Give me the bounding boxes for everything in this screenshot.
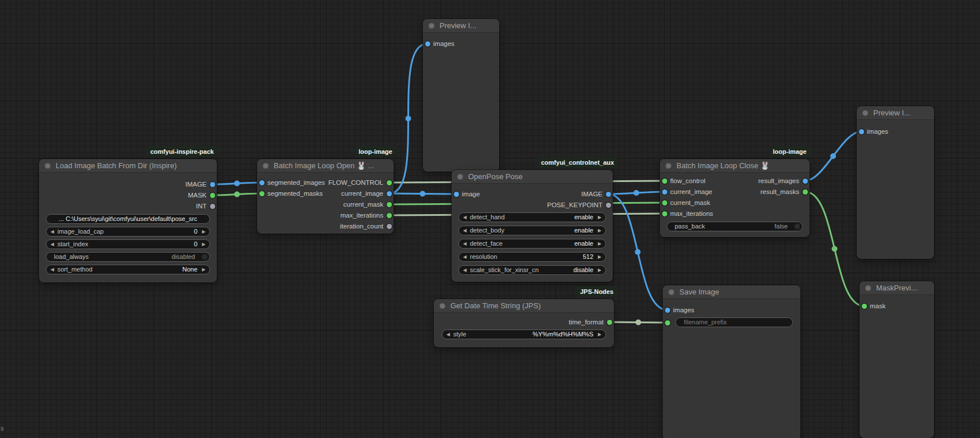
increment-arrow-icon[interactable]: ▶: [200, 265, 208, 274]
port-dot-int[interactable]: [210, 204, 215, 209]
node-save-image[interactable]: Save Image images filename_prefix: [663, 285, 800, 438]
port-dot-time-format[interactable]: [607, 320, 612, 325]
wire-mask-to-segmented_masks[interactable]: [212, 192, 262, 197]
node-title-bar[interactable]: Batch Image Loop Open 🐰 ...: [257, 159, 394, 173]
node-title-bar[interactable]: Load Image Batch From Dir (Inspire): [39, 159, 217, 173]
increment-arrow-icon[interactable]: ▶: [596, 253, 604, 261]
node-title-bar[interactable]: Preview I...: [857, 106, 934, 120]
wire-openpose-image-to-close[interactable]: [608, 190, 664, 196]
port-dot-filename-prefix[interactable]: [665, 320, 670, 325]
node-batch-image-loop-close[interactable]: Batch Image Loop Close 🐰 flow_control cu…: [660, 159, 810, 237]
increment-arrow-icon[interactable]: ▶: [200, 240, 208, 249]
port-dot-max-iterations[interactable]: [662, 211, 667, 216]
collapse-dot[interactable]: [45, 163, 50, 169]
collapse-dot[interactable]: [263, 163, 269, 169]
decrement-arrow-icon[interactable]: ◀: [461, 213, 469, 222]
wire-midpoint-dot[interactable]: [832, 246, 838, 252]
decrement-arrow-icon[interactable]: ◀: [461, 266, 469, 274]
widget-load-always[interactable]: load_always disabled: [46, 252, 210, 262]
toggle-icon[interactable]: [794, 223, 800, 230]
port-dot-segmented-images[interactable]: [259, 180, 265, 185]
wire-image-to-segmented_images[interactable]: [212, 181, 262, 187]
collapse-dot[interactable]: [429, 23, 434, 29]
port-dot-flow-control[interactable]: [387, 180, 392, 185]
increment-arrow-icon[interactable]: ▶: [596, 226, 604, 235]
port-dot-flow-control[interactable]: [662, 179, 667, 184]
widget-detect-hand[interactable]: ◀ detect_hand enable ▶: [458, 212, 606, 222]
wire-midpoint-dot[interactable]: [234, 181, 240, 187]
widget-image-load-cap[interactable]: ◀ image_load_cap 0 ▶: [46, 227, 210, 237]
widget-sort-method[interactable]: ◀ sort_method None ▶: [46, 265, 210, 274]
port-dot-result-images[interactable]: [803, 179, 808, 184]
increment-arrow-icon[interactable]: ▶: [596, 213, 604, 222]
node-title-bar[interactable]: Preview I...: [423, 19, 499, 33]
port-dot-mask[interactable]: [210, 193, 215, 198]
collapse-dot[interactable]: [440, 303, 445, 309]
wire-result_images-to-preview[interactable]: [805, 131, 861, 181]
port-dot-images[interactable]: [665, 308, 670, 313]
widget-style[interactable]: ◀ style %Y%m%d%H%M%S ▶: [442, 330, 606, 339]
node-title-bar[interactable]: Get Date Time String (JPS): [434, 299, 614, 313]
wire-midpoint-dot[interactable]: [420, 191, 426, 197]
wire-current_image-to-preview[interactable]: [389, 44, 427, 193]
port-dot-mask[interactable]: [862, 304, 867, 309]
decrement-arrow-icon[interactable]: ◀: [48, 240, 56, 249]
node-load-image-batch[interactable]: Load Image Batch From Dir (Inspire) IMAG…: [39, 159, 217, 282]
toggle-icon[interactable]: [201, 254, 208, 260]
port-dot-segmented-masks[interactable]: [259, 191, 265, 196]
port-dot-pose-keypoint[interactable]: [606, 203, 611, 208]
port-dot-image-out[interactable]: [606, 192, 611, 197]
port-dot-current-mask[interactable]: [662, 200, 667, 206]
increment-arrow-icon[interactable]: ▶: [596, 330, 604, 339]
port-dot-image[interactable]: [454, 192, 459, 197]
node-title-bar[interactable]: MaskPrevi...: [860, 281, 934, 295]
port-dot-images[interactable]: [425, 41, 430, 46]
wire-midpoint-dot[interactable]: [830, 153, 836, 159]
port-dot-image[interactable]: [210, 182, 215, 187]
node-preview-image-right[interactable]: Preview I... images: [857, 106, 934, 259]
collapse-dot[interactable]: [865, 285, 871, 291]
node-openpose-pose[interactable]: OpenPose Pose image IMAGE POSE_KEYPOINT …: [452, 170, 613, 282]
port-dot-current-image[interactable]: [387, 191, 392, 196]
increment-arrow-icon[interactable]: ▶: [596, 266, 604, 274]
wire-midpoint-dot[interactable]: [635, 249, 641, 255]
node-title-bar[interactable]: Save Image: [663, 285, 800, 299]
node-mask-preview[interactable]: MaskPrevi... mask: [860, 281, 934, 438]
widget-start-index[interactable]: ◀ start_index 0 ▶: [46, 239, 210, 249]
decrement-arrow-icon[interactable]: ◀: [48, 227, 56, 236]
wire-time_format-to-filename_prefix[interactable]: [609, 320, 667, 325]
widget-filename-prefix[interactable]: filename_prefix: [675, 317, 793, 327]
widget-detect-body[interactable]: ◀ detect_body enable ▶: [458, 226, 606, 235]
widget-detect-face[interactable]: ◀ detect_face enable ▶: [458, 239, 606, 249]
wire-midpoint-dot[interactable]: [406, 116, 411, 122]
widget-resolution[interactable]: ◀ resolution 512 ▶: [458, 252, 606, 262]
decrement-arrow-icon[interactable]: ◀: [444, 330, 452, 339]
widget-scale-stick[interactable]: ◀ scale_stick_for_xinsr_cn disable ▶: [458, 265, 606, 275]
increment-arrow-icon[interactable]: ▶: [200, 227, 208, 236]
port-dot-images[interactable]: [859, 129, 864, 134]
wire-midpoint-dot[interactable]: [234, 192, 240, 197]
node-batch-image-loop-open[interactable]: Batch Image Loop Open 🐰 ... segmented_im…: [257, 159, 394, 234]
node-preview-image-top[interactable]: Preview I... images: [423, 19, 499, 172]
port-dot-current-image[interactable]: [662, 189, 667, 195]
collapse-dot[interactable]: [668, 289, 674, 295]
decrement-arrow-icon[interactable]: ◀: [48, 265, 56, 274]
collapse-dot[interactable]: [862, 110, 868, 116]
wire-result_masks-to-maskpreview[interactable]: [805, 192, 864, 306]
node-title-bar[interactable]: OpenPose Pose: [452, 170, 613, 184]
collapse-dot[interactable]: [457, 174, 463, 180]
port-dot-iteration-count[interactable]: [387, 224, 392, 229]
port-dot-result-masks[interactable]: [803, 189, 808, 195]
wire-current_image-to-openpose[interactable]: [389, 191, 456, 197]
widget-directory[interactable]: ... C:\Users\syui\git\comfyui\user\defau…: [46, 214, 210, 224]
node-title-bar[interactable]: Batch Image Loop Close 🐰: [660, 159, 810, 173]
node-graph-canvas[interactable]: comfyui-inspire-pack loop-image comfyui_…: [0, 0, 980, 438]
wire-midpoint-dot[interactable]: [636, 320, 641, 325]
node-get-date-time-string[interactable]: Get Date Time String (JPS) time_format ◀…: [434, 299, 614, 347]
increment-arrow-icon[interactable]: ▶: [596, 239, 604, 248]
decrement-arrow-icon[interactable]: ◀: [461, 239, 469, 248]
port-dot-current-mask[interactable]: [387, 202, 392, 207]
widget-pass-back[interactable]: pass_back false: [667, 222, 803, 231]
decrement-arrow-icon[interactable]: ◀: [461, 253, 469, 261]
wire-midpoint-dot[interactable]: [633, 190, 639, 196]
